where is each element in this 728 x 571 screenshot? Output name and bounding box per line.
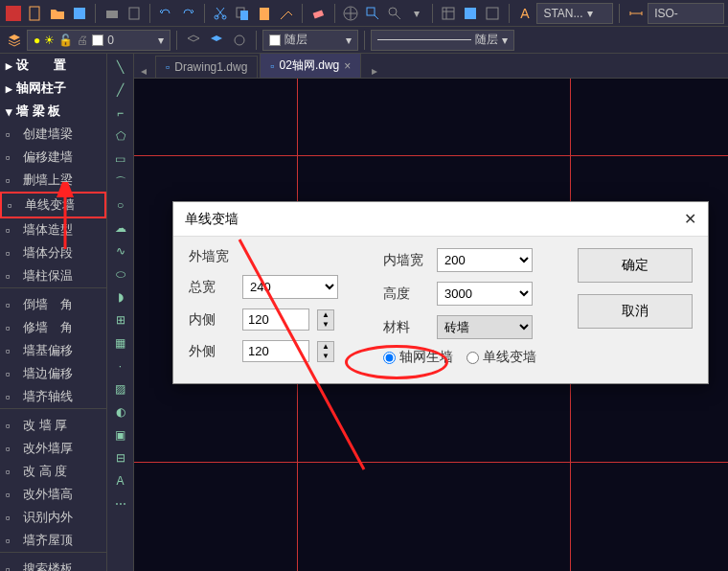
outer-spinner[interactable]: ▲▼ (317, 341, 334, 362)
zoom-window-icon[interactable] (363, 3, 383, 24)
undo-icon[interactable] (156, 3, 176, 24)
layer-manager-icon[interactable] (4, 30, 25, 51)
ellipse-arc-icon[interactable]: ◗ (111, 287, 130, 307)
tool-palette-icon[interactable] (483, 3, 503, 24)
panel-item-base-offset[interactable]: ▫墙基偏移 (0, 339, 106, 362)
panel-label: 偏移建墙 (23, 148, 73, 166)
gradient-icon[interactable]: ◐ (111, 402, 130, 422)
cut-icon[interactable] (211, 3, 231, 24)
close-icon[interactable]: × (344, 59, 351, 73)
panel-item-outer-thick[interactable]: ▫改外墙厚 (0, 437, 106, 460)
radio-line-input[interactable] (466, 352, 479, 364)
tab-scroll-left[interactable]: ◂ (134, 64, 153, 78)
dialog-titlebar[interactable]: 单线变墙 ✕ (173, 202, 708, 237)
xline-icon[interactable]: ╱ (111, 80, 130, 100)
panel-item-wall-segment[interactable]: ▫墙体分段 (0, 241, 106, 264)
copy-icon[interactable] (232, 3, 252, 24)
close-button[interactable]: ✕ (684, 210, 696, 228)
open-icon[interactable] (48, 3, 68, 24)
panel-item-align-roof[interactable]: ▫墙齐屋顶 (0, 529, 106, 552)
props-icon[interactable] (439, 3, 459, 24)
outer-input[interactable] (242, 340, 309, 362)
text-style-icon[interactable]: A (515, 3, 535, 24)
spin-up-icon[interactable]: ▲ (318, 342, 333, 352)
panel-header-settings[interactable]: ▸设 置 (0, 54, 106, 77)
spin-up-icon[interactable]: ▲ (318, 310, 333, 320)
layer-prev-icon[interactable] (183, 30, 204, 51)
total-width-select[interactable]: 240 (242, 275, 338, 299)
dim-style-select[interactable]: ISO- (648, 3, 724, 24)
panel-header-wall[interactable]: ▾墙 梁 板 (0, 100, 106, 123)
mtext-icon[interactable]: A (111, 471, 130, 491)
pline-icon[interactable]: ⌐ (111, 103, 130, 123)
text-style-select[interactable]: STAN...▾ (536, 3, 613, 24)
material-select[interactable]: 砖墙 (437, 315, 533, 339)
layer-select[interactable]: ●☀🔓🖨 0 ▾ (27, 30, 171, 51)
panel-item-fix-wall[interactable]: ▫修墙 角 (0, 316, 106, 339)
inner-input[interactable] (242, 308, 309, 331)
line-icon[interactable]: ╲ (111, 57, 130, 77)
addtool-icon[interactable]: ⋯ (111, 494, 130, 514)
panel-item-search-slab[interactable]: ▫搜索楼板 (0, 558, 106, 571)
cancel-button[interactable]: 取消 (578, 294, 693, 329)
zoom-menu-icon[interactable]: ▾ (406, 3, 426, 24)
panel-item-delete-beam[interactable]: ▫删墙上梁 (0, 169, 106, 192)
panel-item-outer-height[interactable]: ▫改外墙高 (0, 483, 106, 506)
panel-item-wall-insulation[interactable]: ▫墙柱保温 (0, 264, 106, 287)
match-icon[interactable] (276, 3, 296, 24)
panel-item-line-to-wall[interactable]: ▫单线变墙 (0, 192, 106, 218)
rect-icon[interactable]: ▭ (111, 149, 130, 169)
hatch-icon[interactable]: ▨ (111, 379, 130, 399)
inner-spinner[interactable]: ▲▼ (317, 309, 334, 331)
design-icon[interactable] (461, 3, 481, 24)
ellipse-icon[interactable]: ⬭ (111, 264, 130, 284)
panel-item-offset-wall[interactable]: ▫偏移建墙 (0, 146, 106, 169)
height-select[interactable]: 3000 (437, 282, 533, 306)
print-icon[interactable] (102, 3, 122, 24)
layer-iso-icon[interactable] (206, 30, 227, 51)
panel-item-align-axis[interactable]: ▫墙齐轴线 (0, 385, 106, 408)
tab-add[interactable]: ▸ (365, 64, 384, 78)
panel-item-create-wall[interactable]: ▫创建墙梁 (0, 123, 106, 146)
panel-item-height[interactable]: ▫改 高 度 (0, 460, 106, 483)
panel-item-wall-shape[interactable]: ▫墙体造型 (0, 218, 106, 241)
pan-icon[interactable] (341, 3, 361, 24)
radio-axis-wall[interactable]: 轴网生墙 (383, 349, 453, 366)
region-icon[interactable]: ▣ (111, 425, 130, 445)
erase-icon[interactable] (308, 3, 329, 24)
revcloud-icon[interactable]: ☁ (111, 218, 130, 238)
panel-item-edge-offset[interactable]: ▫墙边偏移 (0, 362, 106, 385)
color-select[interactable]: 随层 ▾ (262, 30, 358, 51)
paste-icon[interactable] (254, 3, 274, 24)
ok-button[interactable]: 确定 (578, 248, 693, 283)
panel-item-identify[interactable]: ▫识别内外 (0, 506, 106, 529)
table-icon[interactable]: ⊟ (111, 448, 130, 468)
spin-down-icon[interactable]: ▼ (318, 352, 333, 361)
panel-item-fillet-wall[interactable]: ▫倒墙 角 (0, 293, 106, 316)
circle-icon[interactable]: ○ (111, 195, 130, 215)
inner-wall-width-label: 内墙宽 (383, 252, 429, 269)
spin-down-icon[interactable]: ▼ (318, 320, 333, 330)
block-icon[interactable]: ▦ (111, 333, 130, 353)
radio-axis-input[interactable] (383, 352, 396, 364)
inner-wall-width-select[interactable]: 200 (437, 248, 533, 272)
dim-style-icon[interactable] (626, 3, 646, 24)
save-icon[interactable] (70, 3, 90, 24)
polygon-icon[interactable]: ⬠ (111, 126, 130, 146)
spline-icon[interactable]: ∿ (111, 241, 130, 261)
insert-icon[interactable]: ⊞ (111, 310, 130, 330)
arc-icon[interactable]: ⌒ (111, 172, 130, 192)
new-icon[interactable] (26, 3, 46, 24)
radio-line-wall[interactable]: 单线变墙 (466, 349, 536, 366)
panel-item-thickness[interactable]: ▫改 墙 厚 (0, 414, 106, 437)
print-preview-icon[interactable] (124, 3, 144, 24)
redo-icon[interactable] (178, 3, 198, 24)
panel-header-grid[interactable]: ▸轴网柱子 (0, 77, 106, 100)
layer-freeze-icon[interactable] (229, 30, 250, 51)
point-icon[interactable]: · (111, 356, 130, 376)
zoom-prev-icon[interactable] (384, 3, 404, 24)
linetype-select[interactable]: 随层 ▾ (371, 30, 514, 51)
tab-drawing1[interactable]: ▫ Drawing1.dwg (155, 56, 258, 78)
tab-02axis[interactable]: ▫ 02轴网.dwg × (260, 53, 361, 78)
logo-icon[interactable] (4, 3, 24, 24)
